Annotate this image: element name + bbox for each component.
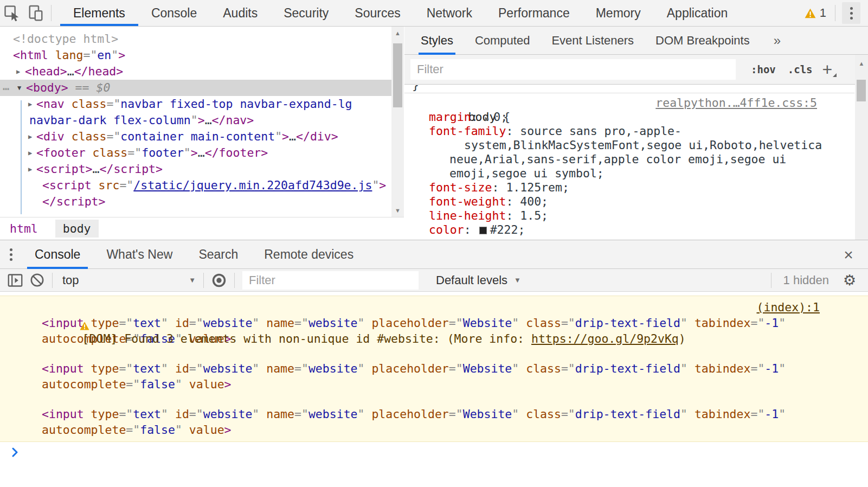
scrollbar-thumb[interactable] [857, 80, 866, 101]
tab-network-label: Network [427, 6, 472, 21]
close-drawer-icon[interactable]: × [837, 240, 860, 269]
console-prompt[interactable] [0, 442, 868, 462]
styles-filter-toolbar: :hov .cls + [404, 55, 868, 85]
device-toolbar-icon[interactable] [24, 0, 48, 26]
expand-arrow-icon[interactable]: ▶ [28, 96, 32, 112]
tab-security-label: Security [284, 6, 329, 21]
tab-performance[interactable]: Performance [485, 0, 583, 26]
collapse-arrow-icon[interactable]: ▼ [17, 80, 21, 96]
chevron-down-icon: ▼ [514, 276, 521, 284]
css-decl-margin[interactable]: margin: ▶ 0; [404, 110, 854, 124]
inspect-element-icon[interactable] [0, 0, 24, 26]
breadcrumb-body[interactable]: body [55, 220, 99, 238]
toolbar-separator [771, 273, 771, 288]
dom-node-html[interactable]: <html lang="en"> [0, 47, 391, 63]
more-actions-icon[interactable]: … [3, 78, 10, 94]
warning-count: 1 [820, 6, 826, 20]
stylesheet-source-link[interactable]: realpython.…4ff1e.css:5 [655, 96, 817, 110]
tab-memory[interactable]: Memory [583, 0, 654, 26]
dom-node-footer[interactable]: ▶<footer class="footer">…</footer> [0, 145, 391, 161]
hidden-messages-count[interactable]: 1 hidden [783, 273, 829, 287]
dom-node-nav-wrap[interactable]: navbar-dark flex-column">…</nav> [0, 112, 391, 129]
drawer-tab-remote-devices-label: Remote devices [264, 247, 353, 262]
drawer-tab-console[interactable]: Console [22, 240, 93, 269]
tab-memory-label: Memory [596, 6, 641, 21]
console-filter-input[interactable] [242, 271, 419, 290]
expand-arrow-icon[interactable]: ▶ [28, 161, 32, 177]
message-source-link[interactable]: (index):1 [757, 299, 820, 315]
console-settings-gear-icon[interactable]: ⚙ [839, 272, 860, 289]
console-sidebar-toggle-icon[interactable] [4, 271, 26, 290]
new-style-rule-button[interactable]: + [822, 64, 837, 75]
drawer-tab-console-label: Console [35, 247, 80, 262]
clear-console-icon[interactable] [26, 271, 48, 290]
expand-arrow-icon[interactable]: ▶ [28, 129, 32, 145]
breadcrumb-html[interactable]: html [2, 220, 46, 238]
drawer-tab-whats-new[interactable]: What's New [93, 240, 185, 269]
more-tabs-icon[interactable]: » [774, 33, 781, 48]
toolbar-separator [835, 5, 835, 21]
warnings-count-badge[interactable]: 1 [799, 6, 832, 20]
console-element-preview[interactable]: <input type="text" id="website" name="we… [0, 361, 868, 392]
drawer-tab-remote-devices[interactable]: Remote devices [251, 240, 367, 269]
javascript-context-selector[interactable]: top ▼ [57, 273, 199, 287]
tab-dom-breakpoints[interactable]: DOM Breakpoints [655, 27, 750, 55]
tab-elements[interactable]: Elements [60, 0, 138, 26]
tab-event-listeners-label: Event Listeners [551, 34, 634, 48]
dom-node-nav[interactable]: ▶<nav class="navbar fixed-top navbar-exp… [0, 96, 391, 112]
dom-node-script[interactable]: ▶<script>…</script> [0, 161, 391, 177]
css-decl-line-height[interactable]: line-height: 1.5; [404, 209, 854, 223]
console-warning-message[interactable]: [DOM] Found 3 elements with non-unique i… [0, 296, 868, 442]
css-decl-font-size[interactable]: font-size: 1.125rem; [404, 181, 854, 195]
scroll-down-icon[interactable]: ▼ [391, 206, 404, 215]
console-element-preview[interactable]: <input type="text" id="website" name="we… [0, 406, 868, 438]
dom-node-script-src[interactable]: <script src="/static/jquery.min.220afd74… [0, 177, 391, 194]
warning-triangle-icon [10, 303, 89, 350]
tab-event-listeners[interactable]: Event Listeners [551, 27, 634, 55]
console-prompt-chevron-icon [12, 447, 18, 460]
css-rule-body-selector[interactable]: body { realpython.…4ff1e.css:5 [404, 96, 854, 110]
live-expression-eye-icon[interactable] [208, 271, 230, 290]
elements-scrollbar[interactable]: ▲ ▼ [391, 27, 404, 217]
devtools-menu-icon[interactable] [842, 2, 860, 24]
styles-filter-input[interactable] [410, 59, 736, 80]
toolbar-separator [203, 273, 204, 288]
dom-node-head[interactable]: ▶<head>…</head> [0, 63, 391, 80]
tab-security[interactable]: Security [271, 0, 342, 26]
drawer-tab-search[interactable]: Search [185, 240, 251, 269]
previous-rule-clipped: } [404, 85, 854, 93]
element-classes-button[interactable]: .cls [788, 63, 813, 75]
dom-node-doctype[interactable]: <!doctype html> [0, 31, 391, 47]
tab-console[interactable]: Console [138, 0, 210, 26]
styles-scrollbar[interactable]: ▲ ▼ [855, 55, 868, 260]
tab-styles[interactable]: Styles [421, 27, 453, 55]
devtools-main-toolbar: Elements Console Audits Security Sources… [0, 0, 868, 27]
expand-arrow-icon[interactable]: ▶ [16, 63, 20, 80]
warning-message-text: [DOM] Found 3 elements with non-unique i… [0, 299, 868, 315]
log-levels-value: Default levels [436, 273, 507, 287]
tab-styles-label: Styles [421, 34, 453, 48]
scrollbar-thumb[interactable] [393, 43, 402, 107]
tab-sources[interactable]: Sources [342, 0, 413, 26]
css-decl-color[interactable]: color: #222; [404, 223, 854, 237]
scroll-up-icon[interactable]: ▲ [855, 59, 868, 68]
log-levels-selector[interactable]: Default levels ▼ [436, 273, 521, 287]
tab-computed[interactable]: Computed [475, 27, 530, 55]
expand-arrow-icon[interactable]: ▶ [28, 145, 32, 161]
css-decl-font-weight[interactable]: font-weight: 400; [404, 195, 854, 209]
dom-node-script-close[interactable]: </script> [0, 194, 391, 210]
drawer-menu-icon[interactable] [0, 240, 22, 268]
tab-application[interactable]: Application [654, 0, 741, 26]
dom-node-body-selected[interactable]: …▼<body> == $0 [0, 80, 391, 96]
toggle-element-state-button[interactable]: :hov [751, 63, 776, 75]
console-messages: [DOM] Found 3 elements with non-unique i… [0, 293, 868, 487]
scroll-up-icon[interactable]: ▲ [391, 29, 404, 37]
tab-audits[interactable]: Audits [210, 0, 271, 26]
tab-dom-breakpoints-label: DOM Breakpoints [655, 34, 750, 48]
css-decl-font-family[interactable]: font-family: source sans pro,-apple- [404, 124, 854, 138]
toolbar-separator [51, 5, 52, 21]
tab-network[interactable]: Network [414, 0, 485, 26]
dom-node-container-div[interactable]: ▶<div class="container main-content">…</… [0, 129, 391, 145]
drawer-tab-search-label: Search [198, 247, 238, 262]
tree-indent-guide [21, 100, 22, 214]
